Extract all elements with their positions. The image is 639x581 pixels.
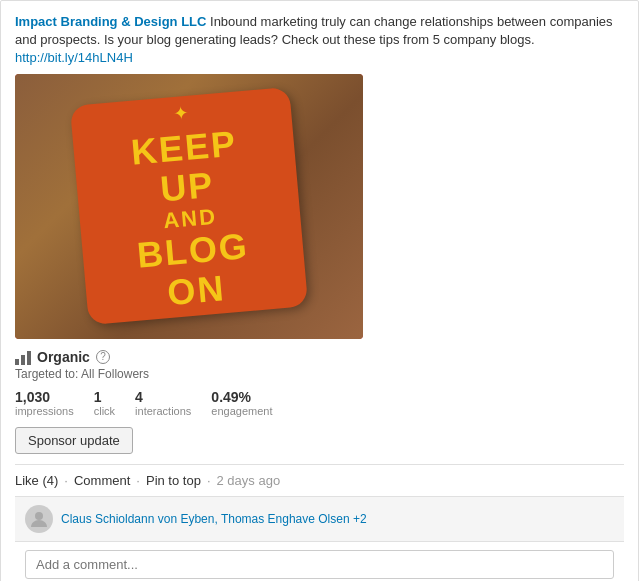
pin-to-top-action[interactable]: Pin to top [146,473,201,488]
post-header: Impact Branding & Design LLC Inbound mar… [15,13,624,68]
organic-row: Organic ? [15,349,624,365]
interactions-label: interactions [135,405,191,417]
time-ago-text: 2 days ago [217,473,281,488]
organic-label: Organic [37,349,90,365]
click-stat: 1 click [94,389,115,417]
blog-on-coaster: ✦ KEEP UP AND BLOG ON [70,87,308,325]
click-label: click [94,405,115,417]
like-action[interactable]: Like (4) [15,473,58,488]
stats-row: 1,030 impressions 1 click 4 interactions… [15,389,624,417]
sponsor-update-button[interactable]: Sponsor update [15,427,133,454]
separator-1: · [64,473,68,488]
engagement-value: 0.49% [211,389,272,405]
post-card: Impact Branding & Design LLC Inbound mar… [0,0,639,581]
separator-3: · [207,473,211,488]
engagement-label: engagement [211,405,272,417]
click-value: 1 [94,389,115,405]
post-image: ✦ KEEP UP AND BLOG ON [15,74,363,339]
organic-help-icon[interactable]: ? [96,350,110,364]
commenter-avatar [25,505,53,533]
engagement-stat: 0.49% engagement [211,389,272,417]
comment-action[interactable]: Comment [74,473,130,488]
add-comment-row [15,541,624,581]
svg-point-0 [35,512,43,520]
targeted-text: Targeted to: All Followers [15,367,624,381]
commenters-row: Claus Schioldann von Eyben, Thomas Engha… [15,496,624,541]
action-row: Like (4) · Comment · Pin to top · 2 days… [15,464,624,496]
separator-2: · [136,473,140,488]
bar-chart-icon [15,349,31,365]
impressions-value: 1,030 [15,389,74,405]
post-url-link[interactable]: http://bit.ly/14hLN4H [15,50,133,65]
add-comment-input[interactable] [25,550,614,579]
interactions-stat: 4 interactions [135,389,191,417]
impressions-stat: 1,030 impressions [15,389,74,417]
interactions-value: 4 [135,389,191,405]
impressions-label: impressions [15,405,74,417]
image-text: KEEP UP AND BLOG ON [126,123,253,315]
commenters-names[interactable]: Claus Schioldann von Eyben, Thomas Engha… [61,512,367,526]
company-name-link[interactable]: Impact Branding & Design LLC [15,14,206,29]
sun-icon: ✦ [172,102,189,125]
